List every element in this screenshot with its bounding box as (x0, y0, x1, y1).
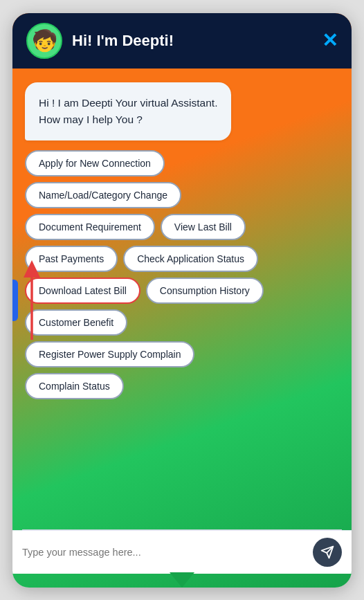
name-load-category-button[interactable]: Name/Load/Category Change (25, 182, 181, 208)
chat-tail (170, 572, 194, 588)
buttons-area: Apply for New Connection Name/Load/Categ… (25, 150, 339, 399)
btn-row-5: Customer Benefit (25, 309, 339, 336)
btn-row-0: Apply for New Connection (25, 150, 339, 176)
btn-row-6: Register Power Supply Complain (25, 341, 339, 367)
document-requirement-button[interactable]: Document Requirement (25, 214, 155, 240)
svg-marker-1 (24, 260, 40, 278)
chat-body: Hi ! I am Deepti Your virtual Assistant.… (12, 69, 352, 529)
header-title: Hi! I'm Deepti! (72, 32, 312, 50)
check-application-status-button[interactable]: Check Application Status (123, 246, 258, 272)
avatar: 🧒 (26, 23, 62, 59)
consumption-history-button[interactable]: Consumption History (146, 278, 264, 304)
btn-row-4: Download Latest Bill Consumption History (25, 278, 339, 304)
btn-row-7: Complain Status (25, 373, 339, 399)
send-icon (320, 545, 334, 559)
apply-new-connection-button[interactable]: Apply for New Connection (25, 150, 165, 176)
red-arrow-annotation (12, 257, 60, 354)
view-last-bill-button[interactable]: View Last Bill (161, 214, 246, 240)
chat-header: 🧒 Hi! I'm Deepti! ✕ (12, 13, 352, 69)
send-button[interactable] (313, 538, 342, 567)
btn-row-3: Past Payments Check Application Status (25, 246, 339, 272)
greeting-line2: How may I help You ? (39, 113, 143, 125)
close-button[interactable]: ✕ (322, 31, 338, 51)
chat-input[interactable] (22, 547, 306, 558)
complain-status-button[interactable]: Complain Status (25, 373, 124, 399)
chat-container: 🧒 Hi! I'm Deepti! ✕ Hi ! I am Deepti You… (12, 13, 352, 588)
btn-row-2: Document Requirement View Last Bill (25, 214, 339, 240)
greeting-line1: Hi ! I am Deepti Your virtual Assistant. (39, 97, 217, 109)
greeting-bubble: Hi ! I am Deepti Your virtual Assistant.… (25, 82, 231, 140)
chat-input-area (12, 530, 352, 574)
btn-row-1: Name/Load/Category Change (25, 182, 339, 208)
